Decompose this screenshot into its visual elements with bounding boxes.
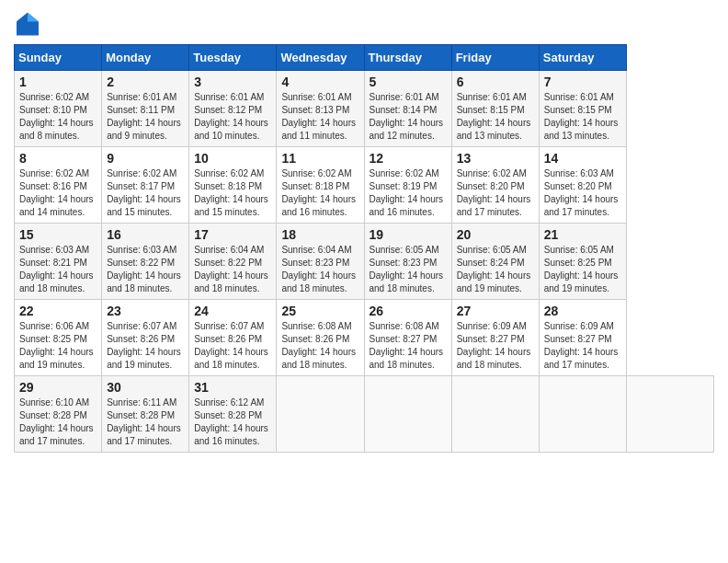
day-number: 27 [457,304,534,318]
col-header-tuesday: Tuesday [189,45,277,71]
calendar-cell: 23Sunrise: 6:07 AMSunset: 8:26 PMDayligh… [102,300,189,376]
day-info: Sunrise: 6:09 AMSunset: 8:27 PMDaylight:… [457,321,531,370]
calendar-cell: 25Sunrise: 6:08 AMSunset: 8:26 PMDayligh… [277,300,364,376]
day-info: Sunrise: 6:07 AMSunset: 8:26 PMDaylight:… [194,321,268,370]
day-info: Sunrise: 6:02 AMSunset: 8:18 PMDaylight:… [281,168,356,217]
calendar-cell: 8Sunrise: 6:02 AMSunset: 8:16 PMDaylight… [15,147,102,224]
week-row: 8Sunrise: 6:02 AMSunset: 8:16 PMDaylight… [15,147,714,224]
day-number: 10 [194,151,271,166]
day-info: Sunrise: 6:05 AMSunset: 8:25 PMDaylight:… [544,245,619,293]
day-number: 4 [281,75,358,89]
day-number: 17 [194,227,271,242]
day-number: 13 [457,151,534,166]
day-info: Sunrise: 6:05 AMSunset: 8:23 PMDaylight:… [370,245,444,293]
col-header-thursday: Thursday [364,45,451,71]
week-row: 22Sunrise: 6:06 AMSunset: 8:25 PMDayligh… [15,300,714,376]
calendar-cell [277,376,364,453]
day-info: Sunrise: 6:11 AMSunset: 8:28 PMDaylight:… [107,397,181,446]
day-info: Sunrise: 6:04 AMSunset: 8:23 PMDaylight:… [281,245,356,293]
day-number: 14 [544,151,621,166]
day-number: 6 [457,75,534,89]
day-number: 2 [107,75,184,89]
day-info: Sunrise: 6:09 AMSunset: 8:27 PMDaylight:… [544,321,619,370]
day-info: Sunrise: 6:08 AMSunset: 8:26 PMDaylight:… [281,321,356,370]
calendar-cell: 22Sunrise: 6:06 AMSunset: 8:25 PMDayligh… [15,300,102,376]
calendar-cell: 1Sunrise: 6:02 AMSunset: 8:10 PMDaylight… [15,71,102,147]
calendar-cell: 18Sunrise: 6:04 AMSunset: 8:23 PMDayligh… [277,224,364,300]
logo-icon [14,9,41,37]
day-info: Sunrise: 6:02 AMSunset: 8:19 PMDaylight:… [370,168,444,217]
week-row: 1Sunrise: 6:02 AMSunset: 8:10 PMDaylight… [15,71,714,147]
calendar-cell: 10Sunrise: 6:02 AMSunset: 8:18 PMDayligh… [189,147,277,224]
day-number: 16 [107,227,184,242]
day-info: Sunrise: 6:03 AMSunset: 8:22 PMDaylight:… [107,245,181,293]
calendar-cell: 20Sunrise: 6:05 AMSunset: 8:24 PMDayligh… [451,224,539,300]
col-header-wednesday: Wednesday [277,45,364,71]
day-number: 23 [107,304,184,318]
calendar-cell [364,376,451,453]
calendar-cell: 6Sunrise: 6:01 AMSunset: 8:15 PMDaylight… [451,71,539,147]
day-number: 26 [370,304,447,318]
calendar-cell: 2Sunrise: 6:01 AMSunset: 8:11 PMDaylight… [102,71,189,147]
calendar-cell: 17Sunrise: 6:04 AMSunset: 8:22 PMDayligh… [189,224,277,300]
svg-marker-1 [28,13,39,22]
day-number: 22 [19,304,97,318]
day-number: 5 [370,75,447,89]
day-number: 28 [544,304,621,318]
calendar-cell: 30Sunrise: 6:11 AMSunset: 8:28 PMDayligh… [102,376,189,453]
day-info: Sunrise: 6:01 AMSunset: 8:14 PMDaylight:… [370,92,444,141]
calendar-cell: 13Sunrise: 6:02 AMSunset: 8:20 PMDayligh… [451,147,539,224]
day-number: 31 [194,380,271,395]
day-info: Sunrise: 6:03 AMSunset: 8:21 PMDaylight:… [19,245,94,293]
day-number: 3 [194,75,271,89]
header [14,9,714,37]
calendar-cell: 3Sunrise: 6:01 AMSunset: 8:12 PMDaylight… [189,71,277,147]
calendar-cell: 27Sunrise: 6:09 AMSunset: 8:27 PMDayligh… [451,300,539,376]
day-number: 15 [19,227,97,242]
calendar-cell [626,376,713,453]
day-number: 19 [370,227,447,242]
week-row: 29Sunrise: 6:10 AMSunset: 8:28 PMDayligh… [15,376,714,453]
calendar-cell: 4Sunrise: 6:01 AMSunset: 8:13 PMDaylight… [277,71,364,147]
day-number: 1 [19,75,97,89]
logo [14,9,45,37]
calendar-cell: 14Sunrise: 6:03 AMSunset: 8:20 PMDayligh… [539,147,626,224]
day-number: 8 [19,151,97,166]
calendar-cell: 31Sunrise: 6:12 AMSunset: 8:28 PMDayligh… [189,376,277,453]
header-row: SundayMondayTuesdayWednesdayThursdayFrid… [15,45,714,71]
day-info: Sunrise: 6:02 AMSunset: 8:18 PMDaylight:… [194,168,268,217]
calendar-cell: 16Sunrise: 6:03 AMSunset: 8:22 PMDayligh… [102,224,189,300]
svg-marker-2 [17,13,28,22]
calendar-cell: 5Sunrise: 6:01 AMSunset: 8:14 PMDaylight… [364,71,451,147]
calendar-cell [539,376,626,453]
week-row: 15Sunrise: 6:03 AMSunset: 8:21 PMDayligh… [15,224,714,300]
day-info: Sunrise: 6:01 AMSunset: 8:15 PMDaylight:… [457,92,531,141]
day-info: Sunrise: 6:02 AMSunset: 8:17 PMDaylight:… [107,168,181,217]
calendar-table: SundayMondayTuesdayWednesdayThursdayFrid… [14,44,714,453]
calendar-cell [451,376,539,453]
day-info: Sunrise: 6:02 AMSunset: 8:10 PMDaylight:… [19,92,94,141]
day-info: Sunrise: 6:01 AMSunset: 8:13 PMDaylight:… [281,92,356,141]
day-number: 25 [281,304,358,318]
col-header-sunday: Sunday [15,45,102,71]
day-info: Sunrise: 6:05 AMSunset: 8:24 PMDaylight:… [457,245,531,293]
calendar-cell: 15Sunrise: 6:03 AMSunset: 8:21 PMDayligh… [15,224,102,300]
day-info: Sunrise: 6:04 AMSunset: 8:22 PMDaylight:… [194,245,268,293]
day-number: 9 [107,151,184,166]
day-number: 21 [544,227,621,242]
calendar-cell: 9Sunrise: 6:02 AMSunset: 8:17 PMDaylight… [102,147,189,224]
calendar-cell: 12Sunrise: 6:02 AMSunset: 8:19 PMDayligh… [364,147,451,224]
calendar-cell: 11Sunrise: 6:02 AMSunset: 8:18 PMDayligh… [277,147,364,224]
col-header-monday: Monday [102,45,189,71]
day-info: Sunrise: 6:10 AMSunset: 8:28 PMDaylight:… [19,397,94,446]
day-info: Sunrise: 6:07 AMSunset: 8:26 PMDaylight:… [107,321,181,370]
day-number: 20 [457,227,534,242]
day-number: 30 [107,380,184,395]
calendar-cell: 21Sunrise: 6:05 AMSunset: 8:25 PMDayligh… [539,224,626,300]
calendar-cell: 7Sunrise: 6:01 AMSunset: 8:15 PMDaylight… [539,71,626,147]
day-number: 18 [281,227,358,242]
day-number: 24 [194,304,271,318]
day-info: Sunrise: 6:03 AMSunset: 8:20 PMDaylight:… [544,168,619,217]
day-number: 7 [544,75,621,89]
day-info: Sunrise: 6:02 AMSunset: 8:20 PMDaylight:… [457,168,531,217]
